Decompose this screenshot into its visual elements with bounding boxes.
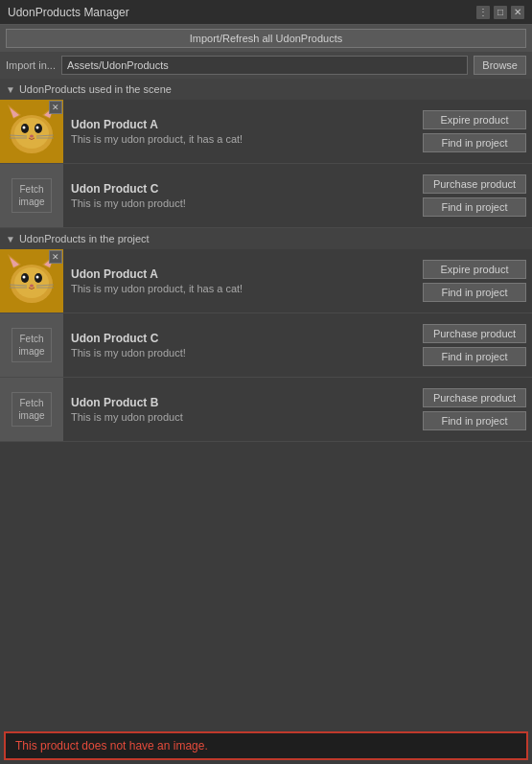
product-actions: Purchase product Find in project bbox=[419, 313, 532, 377]
fetch-image-button[interactable]: Fetchimage bbox=[12, 392, 51, 427]
svg-point-27 bbox=[30, 285, 34, 288]
error-message: This product does not have an image. bbox=[15, 739, 208, 752]
find-in-project-button[interactable]: Find in project bbox=[423, 283, 526, 302]
import-refresh-bar: Import/Refresh all UdonProducts bbox=[0, 25, 532, 52]
product-info: Udon Product C This is my udon product! bbox=[63, 164, 419, 227]
product-thumbnail: Fetchimage bbox=[0, 378, 63, 441]
product-name: Udon Product B bbox=[71, 396, 411, 409]
product-info: Udon Product C This is my udon product! bbox=[63, 313, 419, 377]
section-used-header[interactable]: ▼ UdonProducts used in the scene bbox=[0, 79, 532, 100]
import-path-bar: Import in... Browse bbox=[0, 52, 532, 79]
browse-button[interactable]: Browse bbox=[474, 56, 526, 75]
maximize-button[interactable]: □ bbox=[494, 6, 507, 19]
find-in-project-button[interactable]: Find in project bbox=[423, 133, 526, 152]
table-row: ✕ bbox=[0, 100, 532, 164]
product-info: Udon Product A This is my udon product, … bbox=[63, 249, 419, 313]
product-actions: Purchase product Find in project bbox=[419, 164, 532, 227]
fetch-image-button[interactable]: Fetchimage bbox=[12, 178, 51, 213]
product-desc: This is my udon product! bbox=[71, 347, 411, 359]
product-desc: This is my udon product bbox=[71, 411, 411, 423]
fetch-image-button[interactable]: Fetchimage bbox=[12, 328, 51, 362]
import-path-input[interactable] bbox=[61, 56, 468, 75]
product-name: Udon Product C bbox=[71, 182, 411, 196]
svg-point-26 bbox=[36, 276, 39, 279]
product-thumbnail: Fetchimage bbox=[0, 164, 63, 227]
find-in-project-button[interactable]: Find in project bbox=[423, 411, 526, 430]
product-name: Udon Product C bbox=[71, 332, 411, 345]
product-desc: This is my udon product, it has a cat! bbox=[71, 133, 411, 145]
product-name: Udon Product A bbox=[71, 118, 411, 131]
svg-point-6 bbox=[14, 118, 49, 149]
product-thumbnail: ✕ bbox=[0, 249, 63, 313]
project-products-list: ✕ Udon Product A bbox=[0, 249, 532, 442]
close-badge-button[interactable]: ✕ bbox=[49, 250, 62, 264]
table-row: Fetchimage Udon Product B This is my udo… bbox=[0, 378, 532, 442]
product-name: Udon Product A bbox=[71, 267, 411, 281]
find-in-project-button[interactable]: Find in project bbox=[423, 347, 526, 366]
expire-product-button[interactable]: Expire product bbox=[423, 110, 526, 129]
product-actions: Expire product Find in project bbox=[419, 249, 532, 313]
svg-point-9 bbox=[23, 127, 26, 129]
import-refresh-button[interactable]: Import/Refresh all UdonProducts bbox=[6, 29, 526, 48]
product-info: Udon Product B This is my udon product bbox=[63, 378, 419, 441]
find-in-project-button[interactable]: Find in project bbox=[423, 197, 526, 217]
product-thumbnail: Fetchimage bbox=[0, 313, 63, 377]
product-info: Udon Product A This is my udon product, … bbox=[63, 100, 419, 163]
expire-product-button[interactable]: Expire product bbox=[423, 260, 526, 279]
product-thumbnail: ✕ bbox=[0, 100, 63, 163]
section-project-arrow: ▼ bbox=[6, 234, 15, 244]
close-button[interactable]: ✕ bbox=[511, 6, 524, 19]
used-products-list: ✕ bbox=[0, 100, 532, 228]
menu-button[interactable]: ⋮ bbox=[476, 6, 490, 19]
section-project-header[interactable]: ▼ UdonProducts in the project bbox=[0, 228, 532, 249]
product-desc: This is my udon product! bbox=[71, 197, 411, 209]
product-actions: Purchase product Find in project bbox=[419, 378, 532, 441]
table-row: Fetchimage Udon Product C This is my udo… bbox=[0, 313, 532, 378]
table-row: ✕ Udon Product A bbox=[0, 249, 532, 313]
purchase-product-button[interactable]: Purchase product bbox=[423, 174, 526, 194]
purchase-product-button[interactable]: Purchase product bbox=[423, 324, 526, 343]
section-project-label: UdonProducts in the project bbox=[19, 233, 150, 244]
product-desc: This is my udon product, it has a cat! bbox=[71, 283, 411, 294]
title-bar: UdonProducts Manager ⋮ □ ✕ bbox=[0, 0, 532, 25]
svg-point-11 bbox=[30, 135, 34, 138]
svg-point-22 bbox=[14, 267, 49, 298]
close-badge-button[interactable]: ✕ bbox=[49, 101, 62, 114]
import-label: Import in... bbox=[6, 59, 56, 71]
window-title: UdonProducts Manager bbox=[8, 6, 129, 19]
svg-point-25 bbox=[23, 276, 26, 279]
purchase-product-button[interactable]: Purchase product bbox=[423, 388, 526, 407]
product-actions: Expire product Find in project bbox=[419, 100, 532, 163]
error-bar: This product does not have an image. bbox=[4, 731, 528, 760]
table-row: Fetchimage Udon Product C This is my udo… bbox=[0, 164, 532, 228]
svg-point-10 bbox=[36, 127, 39, 129]
window-controls: ⋮ □ ✕ bbox=[476, 6, 524, 19]
section-used-label: UdonProducts used in the scene bbox=[19, 83, 172, 95]
section-used-arrow: ▼ bbox=[6, 84, 15, 95]
